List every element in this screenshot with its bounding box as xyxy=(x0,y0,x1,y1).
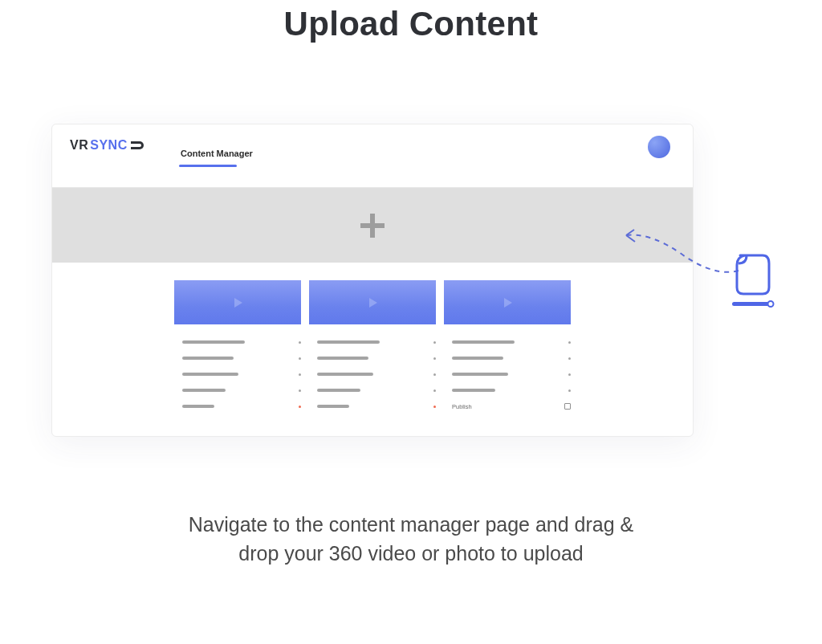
meta-row xyxy=(317,352,436,365)
placeholder-bar xyxy=(317,405,349,408)
video-thumbnail[interactable] xyxy=(444,280,571,324)
placeholder-bar xyxy=(182,373,238,376)
video-thumbnail[interactable] xyxy=(309,280,436,324)
logo-text-vr: VR xyxy=(70,138,88,153)
meta-row xyxy=(182,336,301,348)
content-card[interactable] xyxy=(174,280,301,416)
placeholder-dot-alert xyxy=(433,406,436,408)
placeholder-bar xyxy=(182,405,214,408)
meta-row xyxy=(182,400,301,413)
svg-point-6 xyxy=(768,301,774,307)
file-drag-icon xyxy=(730,254,777,313)
placeholder-dot xyxy=(433,389,436,392)
meta-row xyxy=(317,384,436,397)
svg-marker-2 xyxy=(234,298,242,308)
tab-underline xyxy=(179,165,237,167)
placeholder-dot xyxy=(568,341,571,344)
placeholder-bar xyxy=(317,389,360,392)
content-cards-row: Publish xyxy=(52,263,693,416)
placeholder-bar xyxy=(182,340,245,344)
placeholder-dot xyxy=(433,373,436,376)
meta-row xyxy=(317,400,436,413)
placeholder-bar xyxy=(452,373,508,376)
placeholder-dot xyxy=(433,341,436,344)
placeholder-dot xyxy=(299,389,301,392)
placeholder-dot xyxy=(299,341,301,344)
play-icon xyxy=(232,297,243,308)
placeholder-bar xyxy=(452,340,515,344)
content-card[interactable]: Publish xyxy=(444,280,571,416)
svg-marker-4 xyxy=(504,298,512,308)
placeholder-dot xyxy=(568,373,571,376)
card-meta xyxy=(309,336,436,413)
logo-text-sync: SYNC xyxy=(90,138,127,153)
tab-content-manager[interactable]: Content Manager xyxy=(181,149,253,158)
placeholder-dot xyxy=(299,357,301,360)
placeholder-dot xyxy=(568,357,571,360)
app-window: VRSYNC Content Manager xyxy=(51,124,694,437)
meta-row xyxy=(182,384,301,397)
meta-row xyxy=(182,368,301,381)
checkbox-icon[interactable] xyxy=(564,403,571,410)
upload-dropzone[interactable] xyxy=(52,187,693,263)
placeholder-dot-alert xyxy=(299,406,301,408)
description-text: Navigate to the content manager page and… xyxy=(0,510,822,569)
placeholder-bar xyxy=(452,357,503,360)
top-bar: VRSYNC Content Manager xyxy=(52,124,693,181)
meta-row xyxy=(317,336,436,348)
meta-row xyxy=(182,352,301,365)
publish-row: Publish xyxy=(452,400,571,413)
placeholder-dot xyxy=(568,389,571,392)
placeholder-bar xyxy=(317,357,368,360)
logo-vr-icon xyxy=(131,141,144,149)
illustration-stage: VRSYNC Content Manager xyxy=(0,124,822,485)
svg-marker-3 xyxy=(369,298,377,308)
svg-rect-1 xyxy=(360,223,385,228)
meta-row xyxy=(452,352,571,365)
page: Upload Content VRSYNC Content Manager xyxy=(0,0,822,644)
play-icon xyxy=(367,297,378,308)
meta-row xyxy=(452,336,571,348)
placeholder-bar xyxy=(182,389,226,392)
page-title: Upload Content xyxy=(0,0,822,43)
placeholder-bar xyxy=(182,357,234,360)
meta-row xyxy=(452,368,571,381)
placeholder-bar xyxy=(317,373,373,376)
placeholder-bar xyxy=(452,389,495,392)
meta-row xyxy=(452,384,571,397)
placeholder-dot xyxy=(299,373,301,376)
video-thumbnail[interactable] xyxy=(174,280,301,324)
content-card[interactable] xyxy=(309,280,436,416)
logo: VRSYNC xyxy=(70,138,144,153)
avatar[interactable] xyxy=(648,136,670,158)
publish-label: Publish xyxy=(452,403,472,410)
play-icon xyxy=(502,297,513,308)
card-meta xyxy=(174,336,301,413)
meta-row xyxy=(317,368,436,381)
placeholder-dot xyxy=(433,357,436,360)
placeholder-bar xyxy=(317,340,380,344)
plus-icon xyxy=(357,210,388,241)
card-meta: Publish xyxy=(444,336,571,413)
